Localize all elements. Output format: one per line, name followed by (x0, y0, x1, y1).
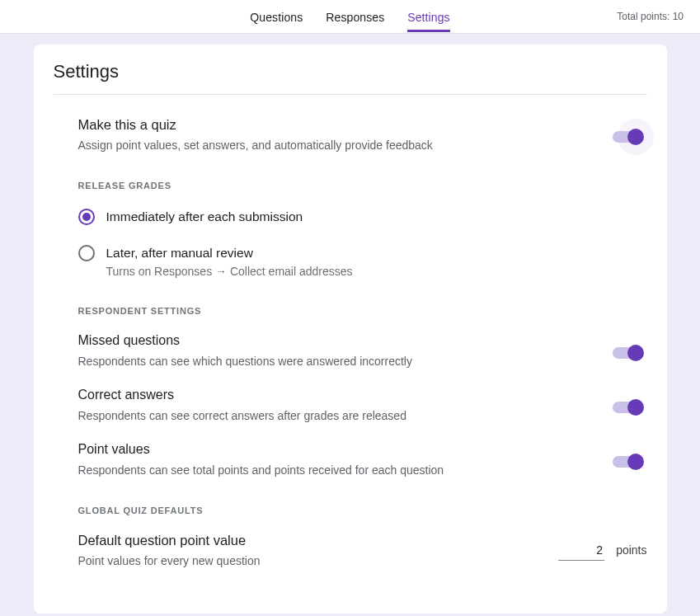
release-later-sub: Turns on Responses → Collect email addre… (106, 263, 353, 280)
missed-questions-title: Missed questions (78, 331, 412, 350)
missed-questions-toggle[interactable] (611, 345, 642, 356)
release-grades-header: RELEASE GRADES (78, 181, 647, 190)
total-points-label: Total points: 10 (617, 11, 684, 22)
make-quiz-row: Make this a quiz Assign point values, se… (78, 115, 647, 154)
default-point-value-desc: Point values for every new question (78, 552, 261, 570)
release-later-option[interactable]: Later, after manual review Turns on Resp… (78, 243, 647, 280)
tab-questions[interactable]: Questions (250, 2, 303, 32)
correct-answers-toggle[interactable] (611, 399, 642, 411)
points-unit-label: points (616, 543, 646, 557)
global-quiz-defaults-header: GLOBAL QUIZ DEFAULTS (78, 505, 647, 515)
settings-card: Settings Make this a quiz Assign point v… (34, 45, 667, 614)
correct-answers-row: Correct answers Respondents can see corr… (78, 385, 647, 425)
missed-questions-row: Missed questions Respondents can see whi… (78, 331, 647, 370)
missed-questions-desc: Respondents can see which questions were… (78, 352, 412, 370)
tab-responses[interactable]: Responses (326, 2, 384, 32)
radio-later[interactable] (78, 245, 95, 261)
make-quiz-desc: Assign point values, set answers, and au… (78, 136, 433, 154)
correct-answers-title: Correct answers (78, 385, 406, 405)
default-point-value-row: Default question point value Point value… (78, 530, 647, 570)
make-quiz-title: Make this a quiz (78, 115, 433, 134)
default-point-value-title: Default question point value (78, 530, 261, 550)
point-values-title: Point values (78, 440, 444, 459)
default-point-value-input[interactable] (558, 540, 604, 561)
radio-immediate[interactable] (78, 209, 95, 225)
point-values-toggle[interactable] (611, 454, 642, 465)
release-immediate-option[interactable]: Immediately after each submission (78, 207, 647, 227)
make-quiz-toggle[interactable] (611, 129, 642, 140)
point-values-row: Point values Respondents can see total p… (78, 440, 647, 479)
page-title: Settings (54, 61, 647, 95)
respondent-settings-header: RESPONDENT SETTINGS (78, 306, 647, 316)
top-tab-bar: Questions Responses Settings Total point… (0, 0, 700, 34)
point-values-desc: Respondents can see total points and poi… (78, 461, 444, 479)
correct-answers-desc: Respondents can see correct answers afte… (78, 407, 406, 425)
tab-settings[interactable]: Settings (407, 2, 449, 32)
release-later-label: Later, after manual review (106, 243, 353, 263)
release-immediate-label: Immediately after each submission (106, 207, 303, 227)
